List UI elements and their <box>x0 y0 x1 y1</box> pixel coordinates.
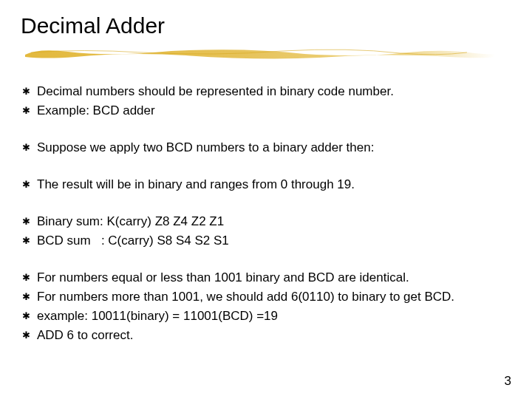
bullet-icon: ✱ <box>21 176 31 194</box>
list-item: ✱ Suppose we apply two BCD numbers to a … <box>21 139 511 157</box>
bullet-group: ✱ Decimal numbers should be represented … <box>21 83 511 120</box>
bullet-icon: ✱ <box>21 327 31 344</box>
bullet-icon: ✱ <box>21 288 31 306</box>
bullet-group: ✱ The result will be in binary and range… <box>21 176 511 194</box>
bullet-group: ✱ Suppose we apply two BCD numbers to a … <box>21 139 511 157</box>
list-item: ✱ example: 10011(binary) = 11001(BCD) =1… <box>21 307 511 325</box>
list-item: ✱ ADD 6 to correct. <box>21 327 511 344</box>
list-item-text: For numbers more than 1001, we should ad… <box>37 288 511 306</box>
list-item: ✱ BCD sum : C(carry) S8 S4 S2 S1 <box>21 232 511 250</box>
list-item-text: Decimal numbers should be represented in… <box>37 83 511 100</box>
list-item-text: Binary sum: K(carry) Z8 Z4 Z2 Z1 <box>37 213 511 231</box>
page-title: Decimal Adder <box>21 13 511 38</box>
list-item-text: BCD sum : C(carry) S8 S4 S2 S1 <box>37 232 511 250</box>
slide: Decimal Adder ✱ Decimal numbers should b… <box>0 0 532 399</box>
bullet-icon: ✱ <box>21 307 31 325</box>
list-item: ✱ For numbers equal or less than 1001 bi… <box>21 269 511 287</box>
list-item-text: Example: BCD adder <box>37 102 511 120</box>
bullet-group: ✱ Binary sum: K(carry) Z8 Z4 Z2 Z1 ✱ BCD… <box>21 213 511 250</box>
list-item: ✱ Decimal numbers should be represented … <box>21 83 511 100</box>
list-item-text: Suppose we apply two BCD numbers to a bi… <box>37 139 511 157</box>
list-item: ✱ For numbers more than 1001, we should … <box>21 288 511 306</box>
bullet-icon: ✱ <box>21 269 31 287</box>
list-item: ✱ The result will be in binary and range… <box>21 176 511 194</box>
list-item-text: The result will be in binary and ranges … <box>37 176 511 194</box>
list-item: ✱ Example: BCD adder <box>21 102 511 120</box>
bullet-list: ✱ Decimal numbers should be represented … <box>21 83 511 344</box>
bullet-icon: ✱ <box>21 83 31 100</box>
bullet-icon: ✱ <box>21 139 31 157</box>
bullet-icon: ✱ <box>21 232 31 250</box>
bullet-icon: ✱ <box>21 213 31 231</box>
list-item: ✱ Binary sum: K(carry) Z8 Z4 Z2 Z1 <box>21 213 511 231</box>
list-item-text: ADD 6 to correct. <box>37 327 511 344</box>
list-item-text: example: 10011(binary) = 11001(BCD) =19 <box>37 307 511 325</box>
brush-underline-icon <box>24 46 497 61</box>
page-number: 3 <box>505 374 511 389</box>
bullet-icon: ✱ <box>21 102 31 120</box>
bullet-group: ✱ For numbers equal or less than 1001 bi… <box>21 269 511 344</box>
list-item-text: For numbers equal or less than 1001 bina… <box>37 269 511 287</box>
